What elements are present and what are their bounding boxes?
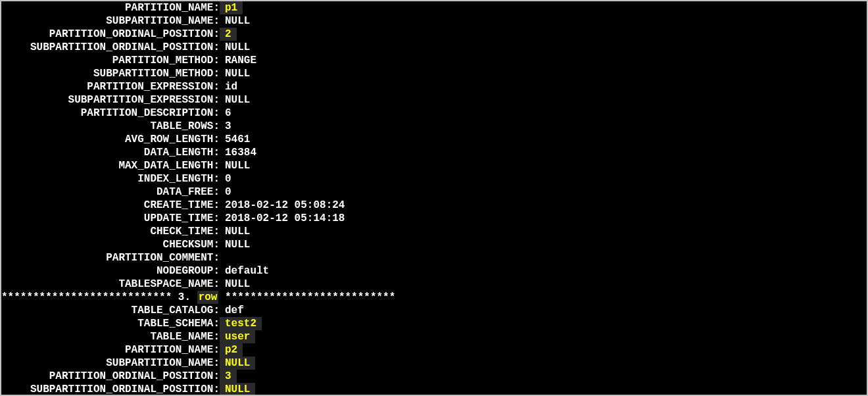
output-row: PARTITION_NAME:p2 — [1, 343, 867, 357]
field-label: PARTITION_NAME: — [1, 1, 220, 14]
field-value: NULL — [220, 238, 250, 251]
output-row: SUBPARTITION_NAME:NULL — [1, 357, 867, 370]
field-value: NULL — [220, 357, 255, 370]
output-row: CHECKSUM:NULL — [1, 238, 867, 251]
field-value: 2018-02-12 05:14:18 — [220, 212, 345, 225]
field-label: SUBPARTITION_EXPRESSION: — [1, 93, 220, 107]
output-row: MAX_DATA_LENGTH:NULL — [1, 159, 867, 172]
separator-row-word: row — [197, 291, 219, 304]
field-value: NULL — [220, 67, 250, 80]
output-row: SUBPARTITION_EXPRESSION:NULL — [1, 93, 867, 107]
output-row: SUBPARTITION_ORDINAL_POSITION:NULL — [1, 41, 867, 54]
field-label: DATA_FREE: — [1, 186, 220, 199]
output-row: PARTITION_DESCRIPTION:6 — [1, 107, 867, 120]
output-row: PARTITION_ORDINAL_POSITION:2 — [1, 28, 867, 41]
output-row: CHECK_TIME:NULL — [1, 225, 867, 238]
field-value: p1 — [220, 1, 243, 14]
field-value: NULL — [220, 225, 250, 238]
field-value: NULL — [220, 278, 250, 291]
field-label: TABLESPACE_NAME: — [1, 278, 220, 291]
output-row: PARTITION_COMMENT: — [1, 251, 867, 264]
output-row: CREATE_TIME:2018-02-12 05:08:24 — [1, 199, 867, 212]
field-label: SUBPARTITION_NAME: — [1, 14, 220, 28]
field-value: def — [220, 304, 244, 317]
field-label: INDEX_LENGTH: — [1, 172, 220, 186]
output-row: TABLE_SCHEMA:test2 — [1, 317, 867, 330]
field-value: 3 — [220, 370, 237, 383]
output-row: AVG_ROW_LENGTH:5461 — [1, 133, 867, 146]
separator-text: *************************** 3. — [1, 291, 197, 304]
output-row: SUBPARTITION_NAME:NULL — [1, 14, 867, 28]
field-value: 5461 — [220, 133, 250, 146]
field-label: UPDATE_TIME: — [1, 212, 220, 225]
field-value: test2 — [220, 317, 262, 330]
field-value: 16384 — [220, 146, 256, 159]
field-value: p2 — [220, 343, 243, 357]
field-value: 6 — [220, 107, 231, 120]
field-value: 3 — [220, 120, 231, 133]
terminal-output: PARTITION_NAME:p1SUBPARTITION_NAME:NULLP… — [1, 1, 867, 395]
field-label: SUBPARTITION_METHOD: — [1, 67, 220, 80]
output-row: INDEX_LENGTH:0 — [1, 172, 867, 186]
field-label: CHECKSUM: — [1, 238, 220, 251]
field-value: 0 — [220, 186, 231, 199]
field-label: SUBPARTITION_ORDINAL_POSITION: — [1, 41, 220, 54]
field-label: CHECK_TIME: — [1, 225, 220, 238]
row-separator: *************************** 3. row *****… — [1, 291, 867, 304]
field-label: TABLE_SCHEMA: — [1, 317, 220, 330]
output-row: TABLE_CATALOG:def — [1, 304, 867, 317]
field-value: NULL — [220, 93, 250, 107]
field-value: default — [220, 264, 269, 278]
field-value: user — [220, 330, 255, 343]
field-label: PARTITION_ORDINAL_POSITION: — [1, 28, 220, 41]
output-row: DATA_FREE:0 — [1, 186, 867, 199]
field-label: SUBPARTITION_ORDINAL_POSITION: — [1, 383, 220, 395]
output-row: UPDATE_TIME:2018-02-12 05:14:18 — [1, 212, 867, 225]
output-row: TABLESPACE_NAME:NULL — [1, 278, 867, 291]
field-value: 0 — [220, 172, 231, 186]
field-value — [220, 251, 225, 264]
field-label: SUBPARTITION_NAME: — [1, 357, 220, 370]
field-label: TABLE_CATALOG: — [1, 304, 220, 317]
field-label: AVG_ROW_LENGTH: — [1, 133, 220, 146]
field-value: NULL — [220, 159, 250, 172]
field-value: NULL — [220, 14, 250, 28]
output-row: PARTITION_NAME:p1 — [1, 1, 867, 14]
output-row: NODEGROUP:default — [1, 264, 867, 278]
field-label: PARTITION_NAME: — [1, 343, 220, 357]
output-row: TABLE_NAME:user — [1, 330, 867, 343]
field-value: 2 — [220, 28, 237, 41]
field-label: TABLE_NAME: — [1, 330, 220, 343]
field-label: DATA_LENGTH: — [1, 146, 220, 159]
separator-text-right: *************************** — [218, 291, 395, 304]
field-value: NULL — [220, 383, 255, 395]
field-label: NODEGROUP: — [1, 264, 220, 278]
field-value: 2018-02-12 05:08:24 — [220, 199, 345, 212]
output-row: DATA_LENGTH:16384 — [1, 146, 867, 159]
output-row: SUBPARTITION_ORDINAL_POSITION:NULL — [1, 383, 867, 395]
field-label: MAX_DATA_LENGTH: — [1, 159, 220, 172]
field-value: NULL — [220, 41, 250, 54]
output-row: PARTITION_METHOD:RANGE — [1, 54, 867, 67]
field-label: PARTITION_METHOD: — [1, 54, 220, 67]
field-value: id — [220, 80, 237, 93]
field-label: PARTITION_DESCRIPTION: — [1, 107, 220, 120]
field-label: PARTITION_EXPRESSION: — [1, 80, 220, 93]
field-label: CREATE_TIME: — [1, 199, 220, 212]
field-label: PARTITION_ORDINAL_POSITION: — [1, 370, 220, 383]
output-row: PARTITION_ORDINAL_POSITION:3 — [1, 370, 867, 383]
field-value: RANGE — [220, 54, 256, 67]
output-row: PARTITION_EXPRESSION:id — [1, 80, 867, 93]
output-row: SUBPARTITION_METHOD:NULL — [1, 67, 867, 80]
field-label: TABLE_ROWS: — [1, 120, 220, 133]
output-row: TABLE_ROWS:3 — [1, 120, 867, 133]
field-label: PARTITION_COMMENT: — [1, 251, 220, 264]
